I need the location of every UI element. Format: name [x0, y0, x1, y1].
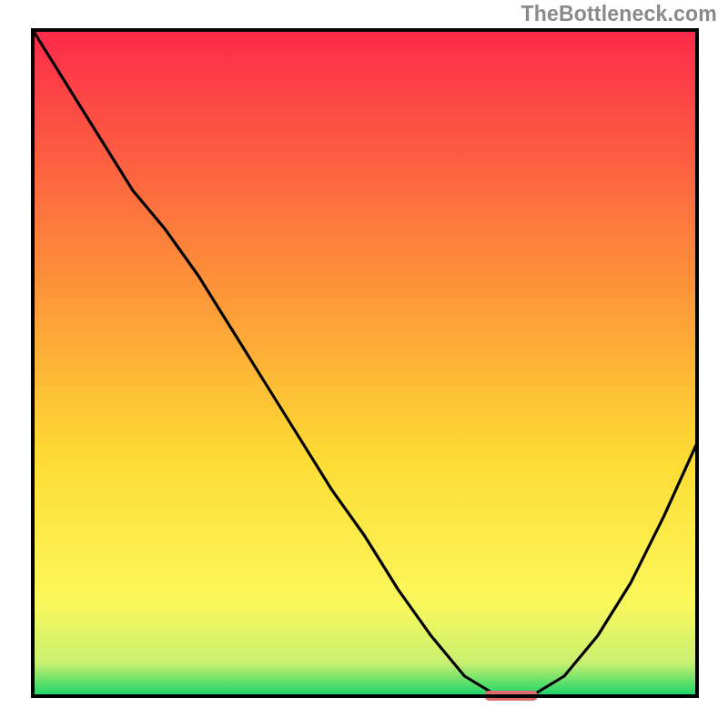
- bottleneck-curve-chart: [0, 0, 728, 728]
- watermark-text: TheBottleneck.com: [521, 2, 717, 26]
- chart-container: TheBottleneck.com: [0, 0, 728, 728]
- gradient-background: [33, 30, 697, 696]
